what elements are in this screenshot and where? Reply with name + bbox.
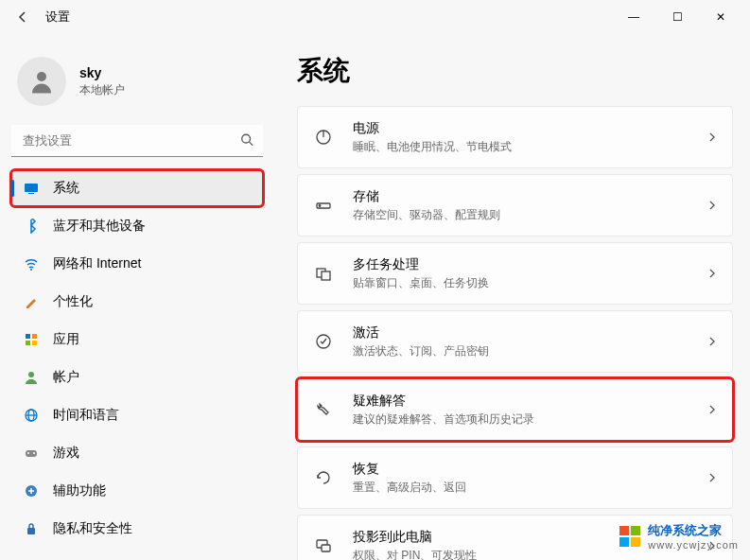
svg-point-16 <box>33 452 35 454</box>
account-name: sky <box>79 65 125 80</box>
svg-point-5 <box>30 269 32 271</box>
card-troubleshoot[interactable]: 疑难解答 建议的疑难解答、首选项和历史记录 <box>297 378 733 441</box>
arrow-left-icon <box>15 9 30 25</box>
svg-rect-3 <box>25 184 38 192</box>
account-block[interactable]: sky 本地帐户 <box>11 44 263 125</box>
sidebar-item-6[interactable]: 时间和语言 <box>11 397 263 433</box>
chevron-right-icon <box>707 471 717 485</box>
sidebar-item-9[interactable]: 隐私和安全性 <box>11 511 263 547</box>
nav-icon <box>23 218 40 235</box>
window-controls: — ☐ ✕ <box>612 2 742 32</box>
svg-rect-8 <box>26 341 30 345</box>
svg-line-2 <box>250 142 253 146</box>
svg-rect-18 <box>27 528 35 534</box>
card-title: 恢复 <box>353 461 689 478</box>
svg-rect-14 <box>26 450 37 457</box>
nav-label: 个性化 <box>53 293 93 310</box>
nav-label: 帐户 <box>53 369 79 386</box>
chevron-right-icon <box>707 267 717 281</box>
nav-label: 辅助功能 <box>53 482 106 499</box>
nav-label: 系统 <box>53 180 79 197</box>
nav-icon <box>23 407 40 424</box>
svg-rect-6 <box>26 334 30 339</box>
nav-label: 时间和语言 <box>53 407 119 424</box>
sidebar-item-8[interactable]: 辅助功能 <box>11 473 263 509</box>
card-title: 多任务处理 <box>353 256 689 273</box>
svg-point-0 <box>37 72 46 81</box>
card-subtitle: 建议的疑难解答、首选项和历史记录 <box>353 411 689 428</box>
chevron-right-icon <box>707 131 717 145</box>
card-multitask[interactable]: 多任务处理 贴靠窗口、桌面、任务切换 <box>297 242 733 305</box>
nav-label: 游戏 <box>53 445 79 462</box>
watermark-text: 纯净系统之家 <box>648 522 739 539</box>
minimize-button[interactable]: — <box>612 2 655 32</box>
sidebar-item-3[interactable]: 个性化 <box>11 284 263 320</box>
card-subtitle: 贴靠窗口、桌面、任务切换 <box>353 275 689 291</box>
chevron-right-icon <box>707 403 717 417</box>
troubleshoot-icon <box>313 399 334 420</box>
card-title: 激活 <box>353 324 689 341</box>
card-subtitle: 睡眠、电池使用情况、节电模式 <box>353 139 689 155</box>
storage-icon <box>313 195 334 216</box>
svg-point-1 <box>242 134 251 143</box>
sidebar-item-2[interactable]: 网络和 Internet <box>11 246 263 282</box>
nav-icon <box>23 520 40 537</box>
sidebar-item-7[interactable]: 游戏 <box>11 435 263 471</box>
chevron-right-icon <box>707 335 717 349</box>
card-title: 疑难解答 <box>353 393 689 410</box>
svg-point-22 <box>319 205 321 207</box>
sidebar-nav: 系统蓝牙和其他设备网络和 Internet个性化应用帐户时间和语言游戏辅助功能隐… <box>11 170 263 547</box>
search-input[interactable] <box>11 125 263 157</box>
svg-rect-9 <box>32 341 37 345</box>
svg-point-15 <box>27 452 29 454</box>
card-list: 电源 睡眠、电池使用情况、节电模式 存储 存储空间、驱动器、配置规则 多任务处理… <box>297 106 733 560</box>
card-subtitle: 重置、高级启动、返回 <box>353 480 689 496</box>
card-subtitle: 存储空间、驱动器、配置规则 <box>353 207 689 223</box>
svg-rect-7 <box>32 334 37 339</box>
nav-icon <box>23 255 40 272</box>
sidebar-item-1[interactable]: 蓝牙和其他设备 <box>11 208 263 244</box>
nav-label: 网络和 Internet <box>53 255 141 272</box>
avatar <box>17 57 66 106</box>
back-button[interactable] <box>8 2 38 32</box>
watermark: 纯净系统之家 www.ycwjzy.com <box>619 522 739 551</box>
sidebar-item-4[interactable]: 应用 <box>11 322 263 358</box>
card-recovery[interactable]: 恢复 重置、高级启动、返回 <box>297 446 733 509</box>
account-subtitle: 本地帐户 <box>79 82 125 98</box>
nav-label: 隐私和安全性 <box>53 520 132 537</box>
watermark-url: www.ycwjzy.com <box>648 539 739 551</box>
project-icon <box>313 535 334 556</box>
card-power[interactable]: 电源 睡眠、电池使用情况、节电模式 <box>297 106 733 168</box>
nav-icon <box>23 293 40 310</box>
window-title: 设置 <box>45 9 70 26</box>
svg-rect-4 <box>28 193 34 194</box>
card-storage[interactable]: 存储 存储空间、驱动器、配置规则 <box>297 174 733 236</box>
nav-icon <box>23 369 40 386</box>
person-icon <box>27 67 56 96</box>
card-subtitle: 激活状态、订阅、产品密钥 <box>353 343 689 359</box>
chevron-right-icon <box>707 199 717 213</box>
sidebar-item-0[interactable]: 系统 <box>11 170 263 206</box>
svg-rect-24 <box>322 271 330 280</box>
svg-rect-27 <box>322 545 330 551</box>
card-activate[interactable]: 激活 激活状态、订阅、产品密钥 <box>297 310 733 373</box>
nav-label: 应用 <box>53 331 79 348</box>
power-icon <box>313 127 334 148</box>
search-box <box>11 125 263 157</box>
nav-icon <box>23 482 40 499</box>
sidebar: sky 本地帐户 系统蓝牙和其他设备网络和 Internet个性化应用帐户时间和… <box>0 34 274 560</box>
nav-icon <box>23 331 40 348</box>
nav-icon <box>23 445 40 462</box>
maximize-button[interactable]: ☐ <box>655 2 699 32</box>
titlebar: 设置 — ☐ ✕ <box>0 0 750 34</box>
page-title: 系统 <box>297 53 733 89</box>
card-title: 电源 <box>353 120 689 137</box>
nav-label: 蓝牙和其他设备 <box>53 218 146 235</box>
close-button[interactable]: ✕ <box>699 2 742 32</box>
card-title: 存储 <box>353 188 689 205</box>
nav-icon <box>23 180 40 197</box>
main-content: 系统 电源 睡眠、电池使用情况、节电模式 存储 存储空间、驱动器、配置规则 多任… <box>274 34 750 560</box>
recovery-icon <box>313 467 334 488</box>
search-icon <box>240 133 253 149</box>
sidebar-item-5[interactable]: 帐户 <box>11 359 263 395</box>
